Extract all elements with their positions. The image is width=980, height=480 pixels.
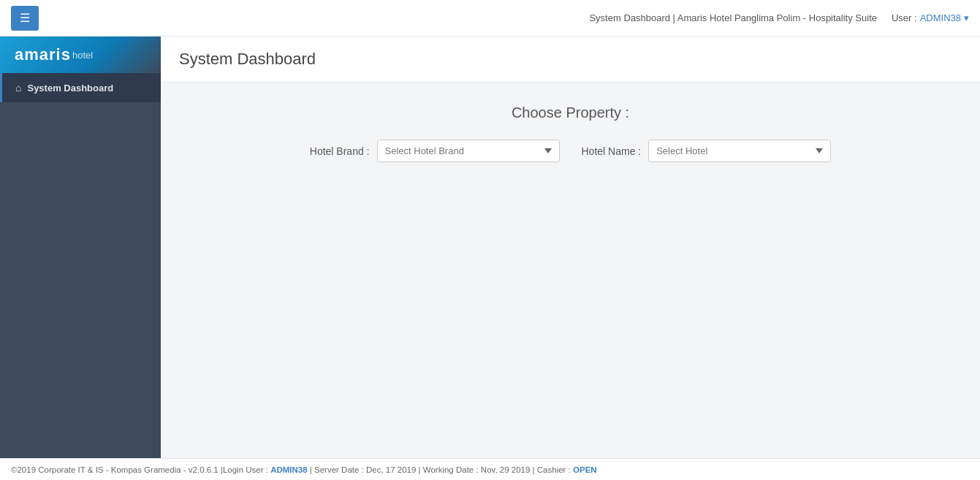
hotel-brand-select[interactable]: Select Hotel Brand xyxy=(377,140,560,162)
logo-hotel: hotel xyxy=(72,50,93,61)
home-icon: ⌂ xyxy=(15,82,21,94)
footer-copyright: ©2019 Corporate IT & IS - Kompas Gramedi… xyxy=(11,465,223,474)
sidebar-item-label: System Dashboard xyxy=(27,83,113,94)
navbar-brand-info: System Dashboard | Amaris Hotel Panglima… xyxy=(589,12,877,23)
chevron-down-icon: ▾ xyxy=(964,12,969,23)
page-header: System Dashboard xyxy=(161,37,980,83)
footer-server-date: Dec, 17 2019 xyxy=(366,465,416,474)
footer: ©2019 Corporate IT & IS - Kompas Gramedi… xyxy=(0,458,980,480)
main-content: System Dashboard Choose Property : Hotel… xyxy=(161,37,980,480)
hotel-brand-label: Hotel Brand : xyxy=(310,145,370,157)
footer-login-label: Login User : xyxy=(223,465,268,474)
property-form: Hotel Brand : Select Hotel Brand Hotel N… xyxy=(175,140,965,162)
hotel-name-group: Hotel Name : Select Hotel xyxy=(582,140,832,162)
footer-server-date-label: | Server Date : xyxy=(310,465,364,474)
hotel-name-select[interactable]: Select Hotel xyxy=(648,140,831,162)
page-title: System Dashboard xyxy=(179,50,962,69)
hotel-brand-group: Hotel Brand : Select Hotel Brand xyxy=(310,140,560,162)
user-name: ADMIN38 xyxy=(920,12,961,23)
footer-working-date-label: | Working Date : xyxy=(419,465,479,474)
footer-cashier-status: OPEN xyxy=(573,465,597,474)
user-menu[interactable]: User : ADMIN38 ▾ xyxy=(892,12,969,23)
footer-login-user: ADMIN38 xyxy=(270,465,307,474)
navbar: ☰ System Dashboard | Amaris Hotel Pangli… xyxy=(0,0,980,37)
user-label: User : xyxy=(892,12,917,23)
sidebar-item-system-dashboard[interactable]: ⌂ System Dashboard xyxy=(0,73,161,102)
hamburger-icon: ☰ xyxy=(20,11,30,25)
logo-amaris: amaris xyxy=(15,45,71,64)
sidebar: amaris hotel ⌂ System Dashboard xyxy=(0,37,161,458)
hotel-name-label: Hotel Name : xyxy=(582,145,642,157)
footer-cashier-label: | Cashier : xyxy=(533,465,571,474)
footer-working-date: Nov, 29 2019 xyxy=(481,465,531,474)
sidebar-toggle-button[interactable]: ☰ xyxy=(11,6,39,31)
choose-property-heading: Choose Property : xyxy=(175,104,965,121)
content-area: Choose Property : Hotel Brand : Select H… xyxy=(161,83,980,184)
sidebar-logo: amaris hotel xyxy=(0,37,161,73)
